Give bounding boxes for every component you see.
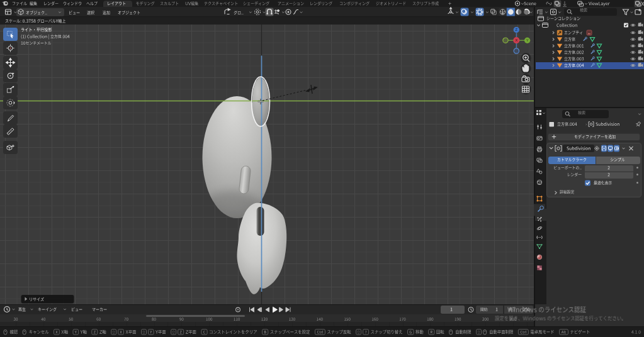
svg-text:X: X [515,38,517,42]
svg-text:Z: Z [516,28,518,31]
svg-text:Y: Y [526,38,529,42]
